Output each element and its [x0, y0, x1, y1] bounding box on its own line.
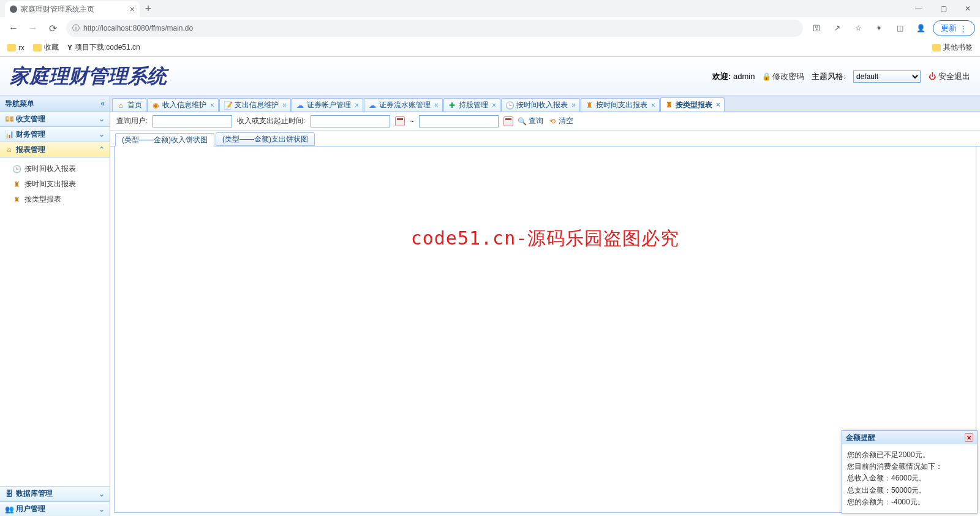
- close-icon[interactable]: ×: [716, 101, 720, 109]
- app-header: 家庭理财管理系统 欢迎: admin 🔒修改密码 主题风格: default ⏻…: [0, 57, 980, 96]
- more-icon: ⋮: [959, 24, 967, 33]
- coin-icon: ◉: [151, 101, 160, 110]
- extensions-icon[interactable]: ✦: [870, 20, 888, 37]
- nav-header[interactable]: 导航菜单 «: [0, 96, 110, 112]
- update-button[interactable]: 更新 ⋮: [933, 20, 975, 36]
- bookmark-other[interactable]: 其他书签: [932, 42, 973, 53]
- new-tab-button[interactable]: +: [140, 0, 157, 17]
- clear-button[interactable]: ⟲清空: [548, 116, 573, 126]
- tab-holdings[interactable]: ✚持股管理×: [443, 98, 500, 112]
- close-icon[interactable]: ×: [434, 101, 439, 110]
- tab-sec-flow[interactable]: ☁证券流水账管理×: [364, 98, 443, 112]
- info-icon: ⓘ: [72, 23, 80, 34]
- date-to-input[interactable]: [419, 115, 499, 127]
- reload-button[interactable]: ⟳: [44, 20, 61, 37]
- key-icon[interactable]: ⚿: [808, 20, 825, 37]
- bookmark-dl[interactable]: Y项目下载:code51.cn: [67, 42, 140, 53]
- cloud-icon: ☁: [296, 101, 304, 110]
- sub-tabs: (类型——金额)收入饼状图 (类型——金额)支出饼状图: [110, 131, 980, 146]
- users-icon: 👥: [5, 505, 13, 514]
- user-input[interactable]: [153, 115, 232, 127]
- notification-body: 您的余额已不足2000元。 您目前的消费金额情况如下： 总收入金额：46000元…: [842, 444, 977, 513]
- query-toolbar: 查询用户: 收入或支出起止时间: ~ 🔍查询 ⟲清空: [110, 112, 980, 131]
- report-icon: 🕒: [12, 165, 21, 173]
- site-icon: Y: [67, 44, 72, 52]
- expand-icon: ⌄: [99, 115, 105, 123]
- collapse-icon[interactable]: «: [100, 99, 105, 108]
- notify-line: 总支出金额：50000元。: [847, 485, 972, 496]
- power-icon: ⏻: [928, 72, 937, 81]
- date-from-input[interactable]: [311, 115, 390, 127]
- profile-icon[interactable]: 👤: [912, 20, 929, 37]
- browser-tab[interactable]: 家庭理财管理系统主页 ×: [5, 1, 140, 17]
- database-icon: 🗄: [5, 490, 13, 498]
- tab-expense-maint[interactable]: 📝支出信息维护×: [219, 98, 291, 112]
- sub-item-expense-by-time[interactable]: ♜按时间支出报表: [0, 176, 110, 192]
- panel-icon[interactable]: ◫: [891, 20, 908, 37]
- report-icon: 🕒: [505, 101, 514, 110]
- logout-link[interactable]: ⏻安全退出: [928, 71, 970, 82]
- chart-icon: 📊: [5, 130, 13, 138]
- sidebar-item-database[interactable]: 🗄数据库管理⌄: [0, 486, 110, 501]
- close-icon[interactable]: ×: [571, 101, 576, 110]
- close-icon[interactable]: ×: [492, 101, 496, 110]
- calendar-icon[interactable]: [503, 116, 513, 126]
- org-icon: ♜: [585, 101, 594, 110]
- app-title: 家庭理财管理系统: [10, 63, 167, 90]
- tab-income-report[interactable]: 🕒按时间收入报表×: [501, 98, 580, 112]
- share-icon[interactable]: ↗: [829, 20, 846, 37]
- tab-sec-account[interactable]: ☁证券帐户管理×: [292, 98, 363, 112]
- bookmark-rx[interactable]: rx: [7, 44, 24, 52]
- star-icon[interactable]: ☆: [850, 20, 867, 37]
- tab-type-report[interactable]: ♜按类型报表×: [660, 97, 725, 112]
- collapse-up-icon: ⌃: [99, 145, 105, 154]
- back-button[interactable]: ←: [5, 20, 22, 37]
- folder-icon: [33, 44, 42, 51]
- notification-header[interactable]: 金额提醒 ✕: [842, 431, 977, 444]
- close-icon[interactable]: ×: [651, 101, 655, 110]
- close-icon[interactable]: ×: [210, 101, 214, 110]
- clear-icon: ⟲: [548, 117, 557, 126]
- note-icon: 📝: [224, 101, 232, 110]
- org-icon: ♜: [12, 195, 21, 204]
- calendar-icon[interactable]: [395, 116, 405, 126]
- sub-tab-expense-pie[interactable]: (类型——金额)支出饼状图: [216, 132, 315, 146]
- expand-icon: ⌄: [99, 505, 105, 514]
- forward-button[interactable]: →: [24, 20, 42, 37]
- sub-item-by-type[interactable]: ♜按类型报表: [0, 192, 110, 207]
- sub-item-income-by-time[interactable]: 🕒按时间收入报表: [0, 161, 110, 176]
- favicon-icon: [10, 6, 17, 13]
- range-separator: ~: [410, 117, 414, 126]
- maximize-button[interactable]: ▢: [931, 0, 956, 17]
- watermark-text: code51.cn-源码乐园盗图必究: [411, 226, 680, 251]
- notify-line: 您的余额为：-4000元。: [847, 496, 972, 508]
- welcome-text: 欢迎: admin: [712, 71, 755, 82]
- close-icon[interactable]: ×: [282, 101, 287, 110]
- tab-income-maint[interactable]: ◉收入信息维护×: [147, 98, 219, 112]
- close-button[interactable]: ✕: [956, 0, 980, 17]
- address-row: ← → ⟳ ⓘ http://localhost:8080/ffms/main.…: [0, 17, 980, 39]
- close-icon[interactable]: ×: [130, 4, 135, 14]
- tab-home[interactable]: ⌂首页: [112, 98, 146, 112]
- close-icon[interactable]: ✕: [965, 433, 973, 442]
- close-icon[interactable]: ×: [355, 101, 359, 110]
- notify-line: 您的余额已不足2000元。: [847, 449, 972, 461]
- sidebar-item-users[interactable]: 👥用户管理⌄: [0, 501, 110, 516]
- sub-tab-income-pie[interactable]: (类型——金额)收入饼状图: [115, 133, 214, 146]
- search-button[interactable]: 🔍查询: [518, 116, 543, 126]
- sidebar-item-reports[interactable]: ⌂报表管理⌃: [0, 142, 110, 157]
- bookmark-fav[interactable]: 收藏: [33, 42, 59, 53]
- sidebar-item-finance[interactable]: 📊财务管理⌄: [0, 127, 110, 142]
- change-password-link[interactable]: 🔒修改密码: [762, 71, 804, 82]
- notification-window: 金额提醒 ✕ 您的余额已不足2000元。 您目前的消费金额情况如下： 总收入金额…: [842, 430, 978, 514]
- tab-expense-report[interactable]: ♜按时间支出报表×: [581, 98, 660, 112]
- notify-line: 您目前的消费金额情况如下：: [847, 461, 972, 472]
- address-bar[interactable]: ⓘ http://localhost:8080/ffms/main.do: [66, 20, 803, 37]
- plus-icon: ✚: [448, 101, 456, 110]
- theme-select[interactable]: default: [853, 70, 921, 83]
- browser-chrome: 家庭理财管理系统主页 × + — ▢ ✕ ← → ⟳ ⓘ http://loca…: [0, 0, 980, 57]
- sidebar-item-income-expense[interactable]: 💴收支管理⌄: [0, 112, 110, 127]
- money-icon: 💴: [5, 115, 13, 123]
- minimize-button[interactable]: —: [907, 0, 931, 17]
- org-icon: ♜: [12, 180, 21, 189]
